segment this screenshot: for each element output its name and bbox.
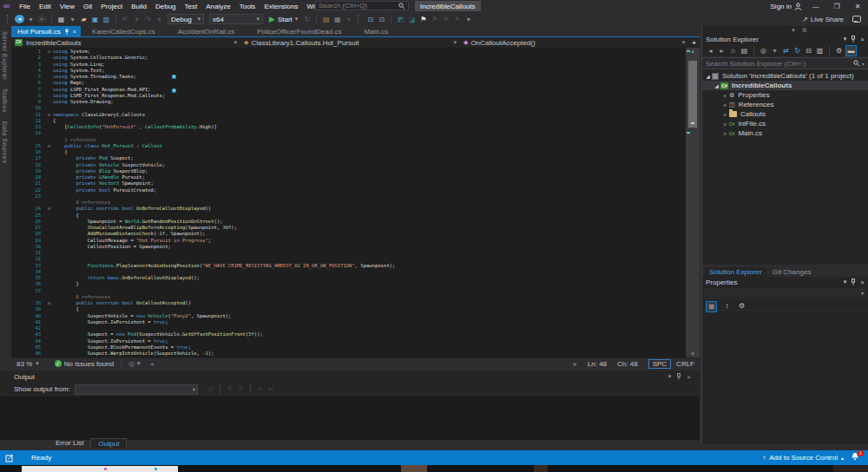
property-pages-icon[interactable]: ⚙ [737, 301, 746, 311]
menu-edit[interactable]: Edit [35, 3, 56, 10]
pending-changes-filter-icon[interactable]: ◎ [759, 46, 768, 56]
save-icon[interactable]: ▣ [90, 15, 100, 24]
tab-git-changes[interactable]: Git Changes [767, 267, 816, 277]
start-debugging-button[interactable]: ▶ Start ▾ [269, 15, 298, 23]
menu-git[interactable]: Git [79, 3, 96, 10]
sign-in-button[interactable]: Sign in [771, 3, 802, 10]
code-line[interactable]: 12{ [11, 118, 686, 124]
capture-dropdown-icon[interactable]: ▾ [344, 15, 353, 24]
split-window-icon[interactable]: + [688, 39, 700, 47]
expander-icon[interactable]: ▹ [721, 111, 729, 117]
panel-menu-icon[interactable]: ▾ [844, 36, 847, 43]
menu-view[interactable]: View [56, 3, 79, 10]
nav-back-icon[interactable]: ◂ [15, 15, 24, 23]
solution-explorer-search-input[interactable]: Search Solution Explorer (Ctrl+;) ▾ [702, 57, 868, 69]
close-panel-icon[interactable]: × [860, 36, 865, 43]
live-share-button[interactable]: ↗ Live Share [802, 16, 844, 23]
code-line[interactable]: 23 [11, 193, 686, 200]
solution-configuration-select[interactable]: Debug▾ [168, 14, 204, 24]
code-line[interactable]: 40 SuspectVehicle = new Vehicle("Pony2",… [11, 313, 686, 319]
code-line[interactable]: 20 private LHandle Pursuit; [11, 174, 686, 180]
show-all-files-icon[interactable]: ▥ [815, 46, 825, 56]
minimize-button[interactable]: — [809, 3, 823, 10]
toolbar-overflow-icon[interactable]: ▾ [464, 15, 473, 24]
issues-status[interactable]: No issues found [64, 360, 114, 368]
close-panel-icon[interactable]: × [687, 373, 691, 381]
home-icon[interactable]: ⌂ [728, 46, 738, 56]
properties-object-select[interactable]: ▾ [704, 288, 866, 298]
code-line[interactable]: 4using System.Text; [11, 68, 686, 74]
pin-icon[interactable] [851, 279, 856, 285]
scroll-down-icon[interactable]: ▾ [686, 351, 700, 357]
code-line[interactable]: 17 private Ped Suspect; [11, 155, 686, 161]
undo-dropdown-icon[interactable]: ▾ [132, 15, 141, 24]
code-line[interactable]: 34 [11, 269, 686, 275]
outline-collapse-icon[interactable]: ⊟ [45, 143, 53, 149]
code-line[interactable]: 29 CalloutMessage = "Hot Pursuit in Prog… [11, 238, 686, 244]
type-dropdown[interactable]: ◈ ClassLibrary1.Callouts.Hot_Pursuit ▾ [240, 37, 460, 48]
code-line[interactable]: 22 private bool PursuitCreated; [11, 187, 686, 193]
code-line[interactable]: 42 [11, 325, 686, 331]
notifications-button[interactable]: 1 [851, 452, 859, 463]
solution-platform-select[interactable]: x64▾ [209, 14, 263, 24]
line-indicator[interactable]: Ln: 48 [577, 360, 617, 368]
redo-icon[interactable]: ↷ [143, 15, 153, 24]
code-line[interactable]: 39 { [11, 306, 686, 312]
outline-collapse-icon[interactable]: ⊟ [45, 206, 53, 212]
code-line[interactable]: 37 [11, 288, 686, 294]
tree-item[interactable]: ◢C#IncredibleCallouts [702, 81, 868, 90]
hot-reload-icon[interactable]: ↻ [302, 15, 312, 24]
find-message-icon[interactable]: ◎ [206, 384, 215, 394]
code-line[interactable]: 43 Suspect = new Ped(SuspectVehicle.GetO… [11, 331, 686, 338]
codelens-row[interactable]: 1 reference [11, 137, 686, 143]
code-line[interactable]: 10 [11, 105, 686, 111]
capture-icon[interactable]: ▦ [332, 15, 342, 24]
categorized-icon[interactable]: ⊞ [706, 301, 717, 312]
code-line[interactable]: 2using System.Collections.Generic; [11, 55, 686, 61]
preview-selected-items-icon[interactable]: ▬ [845, 45, 857, 56]
panel-menu-icon[interactable]: ▾ [844, 279, 847, 286]
tree-item[interactable]: ▹C#Main.cs [702, 128, 868, 138]
expander-icon[interactable]: ▹ [721, 130, 729, 136]
add-to-source-control-button[interactable]: ↑ Add to Source Control ▴ [762, 454, 844, 462]
close-button[interactable]: ✕ [851, 3, 865, 10]
step-over-icon[interactable]: ◪ [407, 15, 417, 24]
tab-policeofficerfounddead[interactable]: PoliceOfficerFoundDead.cs [246, 26, 352, 36]
se-back-icon[interactable]: ◂ [706, 46, 715, 56]
code-line[interactable]: 6using Rage; [11, 80, 686, 86]
quick-search-input[interactable]: Search (Ctrl+Q) [315, 1, 409, 10]
server-explorer-tab[interactable]: Server Explorer [2, 31, 8, 80]
code-line[interactable]: 3using System.Linq; [11, 62, 686, 68]
tree-item[interactable]: ▹C#IniFile.cs [702, 119, 868, 128]
code-line[interactable]: 14 [11, 130, 686, 136]
clear-bookmarks-icon[interactable]: ⚑ [452, 15, 462, 24]
codelens-row[interactable]: 0 references [11, 200, 686, 206]
expander-icon[interactable]: ▹ [721, 121, 729, 127]
code-line[interactable]: 1⊟using System; [11, 49, 686, 55]
code-line[interactable]: 32 [11, 256, 686, 262]
code-line[interactable]: 30 CalloutPosition = Spawnpoint; [11, 244, 686, 250]
tab-output[interactable]: Output [90, 438, 127, 449]
menu-debug[interactable]: Debug [151, 3, 181, 10]
eol-indicator[interactable]: CRLF [674, 360, 700, 368]
outline-collapse-icon[interactable]: ⊟ [45, 49, 53, 55]
gear-icon[interactable]: ⚙ [802, 27, 807, 34]
panel-dropdown-icon[interactable]: ▾ [792, 27, 795, 34]
feedback-icon[interactable] [852, 16, 861, 23]
zoom-level-select[interactable]: 83 % [11, 360, 32, 368]
code-line[interactable]: 5using System.Threading.Tasks; [11, 74, 686, 80]
scrollbar-thumb[interactable] [688, 61, 697, 128]
properties-wrench-icon[interactable]: ⚙ [834, 46, 844, 56]
menu-file[interactable]: File [15, 3, 35, 10]
code-cleanup-icon[interactable]: ◎ [128, 360, 135, 368]
column-indicator[interactable]: Ch: 48 [617, 360, 645, 368]
code-line[interactable]: 11⊟namespace ClassLibrary1.Callouts [11, 112, 686, 118]
code-line[interactable]: 36 } [11, 281, 686, 287]
menu-extensions[interactable]: Extensions [260, 3, 302, 10]
code-line[interactable]: 24⊟ public override bool OnBeforeCallout… [11, 206, 686, 212]
expander-icon[interactable]: ▹ [721, 92, 729, 98]
code-line[interactable]: 35 return base.OnBeforeCalloutDisplayed(… [11, 275, 686, 281]
bookmark-icon[interactable]: ⚑ [418, 15, 428, 24]
code-line[interactable]: 18 private Vehicle SuspectVehicle; [11, 162, 686, 168]
code-line[interactable]: 31 [11, 250, 686, 256]
